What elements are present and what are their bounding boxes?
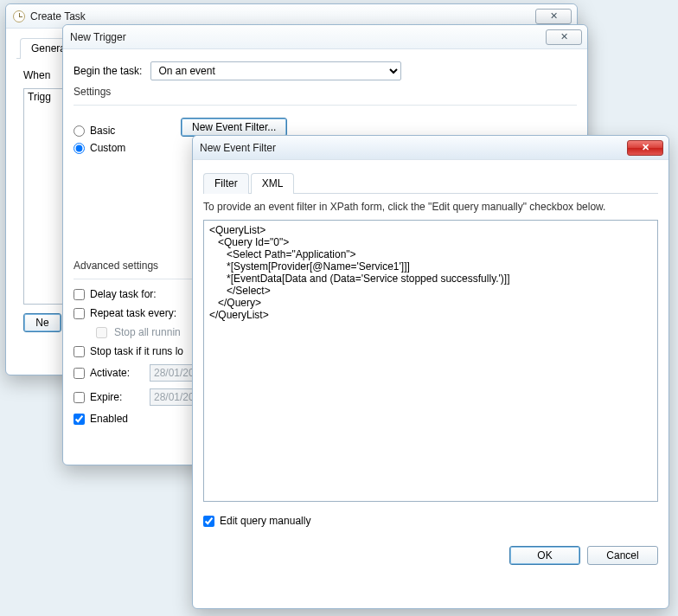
edit-query-manually-label: Edit query manually <box>220 515 310 527</box>
new-trigger-close-button[interactable]: ✕ <box>546 29 582 45</box>
event-filter-titlebar[interactable]: New Event Filter ✕ <box>193 136 668 160</box>
ok-button[interactable]: OK <box>509 546 580 565</box>
begin-task-label: Begin the task: <box>74 65 142 77</box>
delay-task-checkbox[interactable] <box>74 289 85 300</box>
enabled-label: Enabled <box>90 413 128 425</box>
radio-basic-label: Basic <box>90 125 115 137</box>
xml-query-textarea[interactable] <box>203 220 658 502</box>
xpath-instruction-text: To provide an event filter in XPath form… <box>203 201 658 213</box>
repeat-task-label: Repeat task every: <box>90 307 176 319</box>
radio-custom-label: Custom <box>90 142 125 154</box>
close-icon: ✕ <box>560 31 568 42</box>
radio-custom[interactable] <box>74 143 85 154</box>
activate-checkbox[interactable] <box>74 368 85 379</box>
new-event-filter-button[interactable]: New Event Filter... <box>181 118 287 137</box>
new-trigger-title: New Trigger <box>70 31 126 43</box>
stop-all-running-label: Stop all runnin <box>114 326 181 338</box>
enabled-checkbox[interactable] <box>74 414 85 425</box>
edit-query-manually-checkbox[interactable] <box>203 516 214 527</box>
expire-checkbox[interactable] <box>74 392 85 403</box>
radio-basic-row[interactable]: Basic <box>74 125 169 137</box>
settings-group-label: Settings <box>74 86 577 98</box>
new-event-filter-window: New Event Filter ✕ Filter XML To provide… <box>192 135 669 609</box>
event-filter-title: New Event Filter <box>200 142 276 154</box>
stop-if-runs-longer-label: Stop task if it runs lo <box>90 345 183 357</box>
cancel-button[interactable]: Cancel <box>587 546 658 565</box>
new-trigger-button[interactable]: Ne <box>23 313 61 332</box>
event-filter-close-button[interactable]: ✕ <box>627 140 663 156</box>
tab-xml[interactable]: XML <box>251 173 295 194</box>
close-icon: ✕ <box>642 142 649 153</box>
tab-filter[interactable]: Filter <box>203 173 249 194</box>
create-task-title: Create Task <box>30 10 86 22</box>
radio-custom-row[interactable]: Custom <box>74 142 169 154</box>
clock-icon <box>13 10 25 22</box>
repeat-task-checkbox[interactable] <box>74 308 85 319</box>
begin-task-select[interactable]: On an event <box>150 61 401 80</box>
event-filter-tabstrip: Filter XML <box>203 172 658 194</box>
delay-task-label: Delay task for: <box>90 288 157 300</box>
create-task-close-button[interactable]: ✕ <box>535 9 572 24</box>
activate-label: Activate: <box>90 367 130 379</box>
stop-all-running-checkbox <box>96 327 107 338</box>
new-trigger-titlebar[interactable]: New Trigger ✕ <box>63 25 587 49</box>
expire-label: Expire: <box>90 391 122 403</box>
radio-basic[interactable] <box>74 125 85 137</box>
stop-if-runs-longer-checkbox[interactable] <box>74 346 85 357</box>
close-icon: ✕ <box>550 10 558 22</box>
